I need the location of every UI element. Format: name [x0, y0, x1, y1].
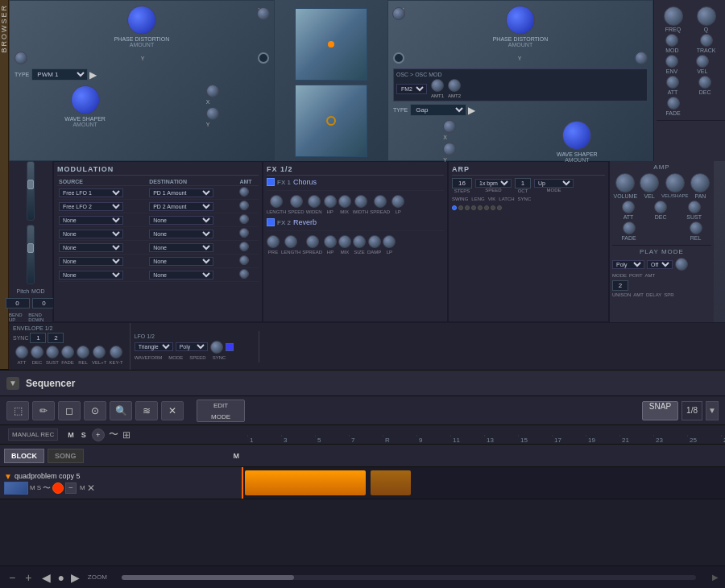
freq-knob[interactable] — [664, 6, 683, 26]
scroll-right-btn[interactable]: ▶ — [702, 573, 719, 582]
amt1-knob[interactable] — [431, 79, 444, 92]
nav-forward-btn[interactable]: ▶ — [69, 571, 81, 584]
poly-select[interactable]: PolyMono — [612, 260, 644, 269]
amp-rel-knob[interactable] — [690, 222, 702, 234]
env-keyt-knob[interactable] — [110, 346, 122, 358]
edit-mode-btn[interactable]: EDIT MODE — [197, 400, 245, 422]
track-right[interactable] — [243, 467, 725, 499]
amp-vel-knob[interactable] — [640, 173, 659, 193]
fx2-spread-knob[interactable] — [306, 235, 319, 248]
xy-pad-top[interactable] — [295, 8, 367, 81]
track-minus-btn[interactable]: − — [65, 482, 77, 494]
track-m-btn[interactable]: M — [30, 484, 35, 491]
fx2-mix-knob[interactable] — [338, 235, 351, 248]
fade-knob[interactable] — [667, 97, 680, 110]
mod-dest-select[interactable]: None — [149, 230, 213, 238]
osc1-y-knob[interactable] — [14, 52, 27, 64]
osc1-x-knob[interactable] — [257, 7, 270, 20]
osc2-ws-x-knob[interactable] — [443, 120, 456, 133]
fx2-hp-knob[interactable] — [324, 235, 337, 248]
s-btn[interactable]: S — [81, 431, 86, 439]
mod-dest-select[interactable]: None — [149, 271, 213, 280]
mod-dest-select[interactable]: None — [149, 257, 213, 266]
amp-vs-knob[interactable] — [665, 173, 685, 193]
mod-source-select[interactable]: None — [59, 257, 123, 266]
fx1-enabled[interactable] — [267, 178, 275, 186]
song-btn[interactable]: SONG — [48, 449, 84, 463]
osc1-type-arrow[interactable]: ▶ — [89, 69, 97, 81]
m-center[interactable]: M — [234, 452, 240, 460]
xy-pad-bottom[interactable] — [295, 85, 367, 157]
mod-source-select[interactable]: Free LFO 2 — [59, 202, 123, 211]
att-knob[interactable] — [666, 76, 679, 89]
osc1-ws-knob[interactable] — [71, 85, 100, 114]
osc2-y-knob[interactable] — [635, 52, 648, 64]
mod-source-select[interactable]: Free LFO 1 — [59, 188, 123, 197]
mod-amt-knob[interactable] — [239, 214, 249, 224]
osc2-ws-knob[interactable] — [562, 121, 591, 150]
fx1-width-knob[interactable] — [354, 195, 367, 208]
bend-down-input[interactable] — [32, 298, 56, 308]
mod-dest-select[interactable]: None — [149, 216, 213, 225]
env-sust-knob[interactable] — [46, 346, 59, 358]
fx1-mix-knob[interactable] — [338, 195, 351, 208]
amp-vol-knob[interactable] — [615, 173, 635, 193]
mod-dest-select[interactable]: None — [149, 243, 213, 252]
env-dec-knob[interactable] — [31, 346, 44, 358]
amp-pan-knob[interactable] — [690, 173, 710, 193]
arp-steps-input[interactable] — [452, 178, 472, 188]
zoom-in-btn[interactable]: + — [23, 571, 34, 584]
mute-tool[interactable]: ✕ — [161, 401, 184, 420]
strum-tool[interactable]: ≋ — [135, 401, 158, 420]
mod-source-select[interactable]: None — [59, 271, 123, 280]
mod-dest-select[interactable]: PD 1 Amount — [149, 188, 213, 197]
block-btn[interactable]: BLOCK — [4, 449, 44, 463]
osc2-type-select[interactable]: Gap Sine — [410, 104, 466, 116]
fx2-length-knob[interactable] — [284, 235, 297, 248]
track-m2-btn[interactable]: M — [80, 484, 85, 491]
amt2-knob[interactable] — [448, 79, 461, 92]
snap-dropdown[interactable]: ▼ — [706, 401, 719, 420]
mod-amt-knob[interactable] — [239, 187, 249, 197]
off-select[interactable]: OffOn — [647, 260, 673, 269]
fx2-lp-knob[interactable] — [383, 235, 396, 248]
osc2-ws-y-knob[interactable] — [443, 143, 456, 155]
portamento-knob[interactable] — [675, 258, 688, 271]
magnify-tool[interactable]: 🔍 — [110, 401, 132, 420]
mod-amt-knob[interactable] — [239, 228, 249, 238]
hscroll-thumb[interactable] — [122, 575, 294, 580]
track-collapse-arrow[interactable]: ▼ — [4, 472, 12, 481]
fx1-speed-knob[interactable] — [290, 195, 303, 208]
amp-sust-knob[interactable] — [688, 201, 701, 213]
env-fade-knob[interactable] — [61, 346, 74, 358]
osc2-pd-knob[interactable] — [506, 6, 535, 35]
track-x-btn[interactable]: ✕ — [87, 482, 95, 494]
env-att-knob[interactable] — [15, 346, 28, 358]
track-knob[interactable] — [700, 34, 713, 47]
fx1-widen-knob[interactable] — [308, 195, 321, 208]
osc2-type-arrow[interactable]: ▶ — [468, 105, 475, 116]
fx1-length-knob[interactable] — [270, 195, 283, 208]
mod-source-select[interactable]: None — [59, 216, 123, 225]
eraser-tool[interactable]: ◻ — [58, 401, 81, 420]
mod-slider[interactable] — [27, 225, 35, 284]
osc1-ws-y-knob[interactable] — [206, 107, 219, 120]
osc1-type-select[interactable]: PWM 1 Sine Square — [31, 68, 88, 81]
fx2-size-knob[interactable] — [353, 235, 366, 248]
voices-input[interactable] — [612, 280, 628, 291]
mod-source-select[interactable]: None — [59, 230, 123, 238]
env-sync-input[interactable] — [30, 333, 46, 343]
nav-back-btn[interactable]: ◀ — [40, 571, 52, 584]
mod-dest-select[interactable]: PD 2 Amount — [149, 202, 213, 211]
track-rec-btn[interactable] — [52, 482, 64, 494]
bend-up-input[interactable] — [6, 298, 30, 308]
fx1-spread-knob[interactable] — [374, 195, 387, 208]
mod-amt-knob[interactable] — [239, 201, 249, 210]
mod-knob[interactable] — [665, 34, 678, 47]
lasso-tool[interactable]: ⊙ — [84, 401, 106, 420]
wave-icon[interactable]: 〜 — [109, 428, 118, 441]
env-velt-knob[interactable] — [93, 346, 106, 358]
fx2-pre-knob[interactable] — [267, 235, 280, 248]
pitch-slider[interactable] — [27, 161, 35, 221]
env-knob[interactable] — [665, 55, 678, 68]
